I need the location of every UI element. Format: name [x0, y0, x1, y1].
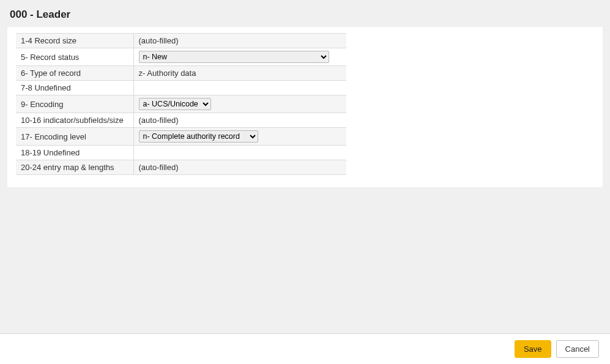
label-record-size: 1-4 Record size: [16, 34, 133, 48]
select-record-status[interactable]: n- New: [139, 51, 329, 63]
label-encoding: 9- Encoding: [16, 95, 133, 113]
label-type-of-record: 6- Type of record: [16, 66, 133, 81]
value-indicator-subfields: (auto-filled): [133, 113, 346, 128]
value-record-size: (auto-filled): [133, 34, 346, 48]
footer-bar: Save Cancel: [0, 333, 610, 364]
save-button[interactable]: Save: [515, 340, 551, 358]
value-undefined-7-8: [133, 81, 346, 95]
row-encoding-level: 17- Encoding level n- Complete authority…: [16, 128, 346, 146]
row-type-of-record: 6- Type of record z- Authority data: [16, 66, 346, 81]
label-record-status: 5- Record status: [16, 48, 133, 66]
row-record-size: 1-4 Record size (auto-filled): [16, 34, 346, 48]
label-indicator-subfields: 10-16 indicator/subfields/size: [16, 113, 133, 128]
value-undefined-18-19: [133, 146, 346, 160]
row-encoding: 9- Encoding a- UCS/Unicode: [16, 95, 346, 113]
cancel-button[interactable]: Cancel: [556, 340, 599, 358]
select-encoding-level[interactable]: n- Complete authority record: [139, 130, 258, 143]
row-entry-map: 20-24 entry map & lengths (auto-filled): [16, 160, 346, 175]
row-undefined-18-19: 18-19 Undefined: [16, 146, 346, 160]
value-entry-map: (auto-filled): [133, 160, 346, 175]
label-entry-map: 20-24 entry map & lengths: [16, 160, 133, 175]
row-record-status: 5- Record status n- New: [16, 48, 346, 66]
value-type-of-record: z- Authority data: [133, 66, 346, 81]
row-undefined-7-8: 7-8 Undefined: [16, 81, 346, 95]
label-undefined-18-19: 18-19 Undefined: [16, 146, 133, 160]
leader-panel: 1-4 Record size (auto-filled) 5- Record …: [7, 27, 603, 187]
row-indicator-subfields: 10-16 indicator/subfields/size (auto-fil…: [16, 113, 346, 128]
label-encoding-level: 17- Encoding level: [16, 128, 133, 146]
fields-table: 1-4 Record size (auto-filled) 5- Record …: [16, 33, 346, 175]
panel-title: 000 - Leader: [10, 9, 600, 21]
select-encoding[interactable]: a- UCS/Unicode: [139, 98, 211, 110]
label-undefined-7-8: 7-8 Undefined: [16, 81, 133, 95]
